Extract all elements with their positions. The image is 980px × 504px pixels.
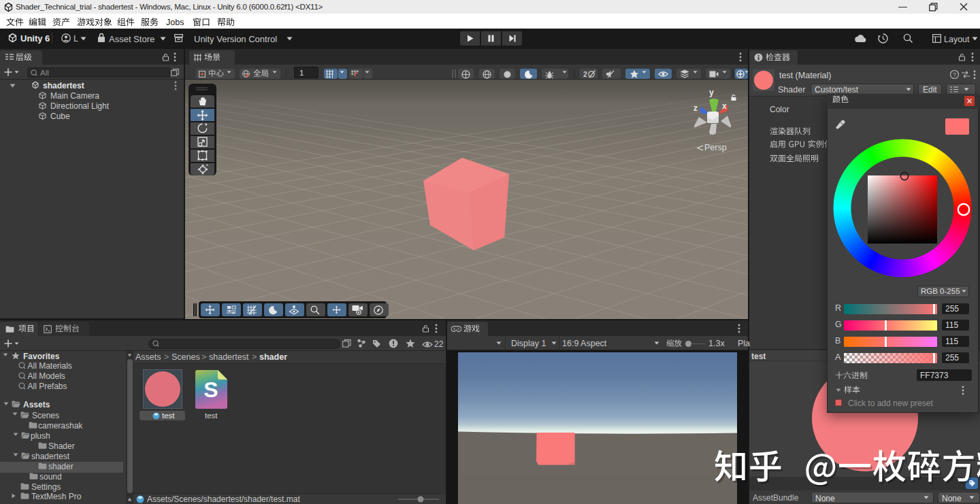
svg-text:?: ?	[953, 71, 956, 78]
svg-text:S: S	[203, 377, 218, 402]
